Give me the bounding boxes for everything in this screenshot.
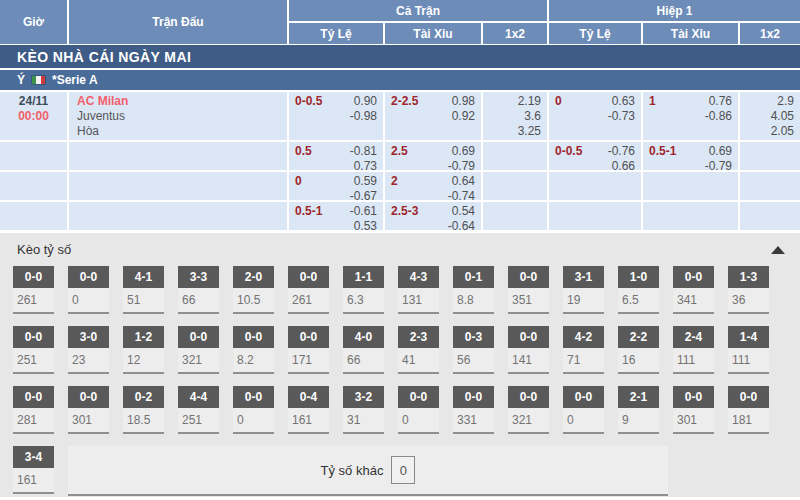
handicap-line-label: 0.5 — [295, 144, 312, 159]
score-box[interactable]: 4-3131 — [398, 266, 439, 314]
odds-value: -0.86 — [705, 109, 732, 124]
odds-values: 0.59-0.67 — [350, 174, 377, 204]
ft-overunder-cell[interactable]: 2.50.69-0.79 — [385, 142, 481, 170]
ft-overunder-cell[interactable]: 2.5-30.54-0.64 — [385, 202, 481, 230]
h1-handicap-cell[interactable]: 0-0.5-0.760.66 — [549, 142, 641, 170]
score-box[interactable]: 0-0141 — [508, 326, 549, 374]
score-box[interactable]: 2-4111 — [673, 326, 714, 374]
odds-values: 0.69-0.79 — [705, 144, 732, 174]
score-label: 4-2 — [563, 326, 604, 348]
score-label: 0-0 — [233, 386, 274, 408]
h1-overunder-cell[interactable]: 10.76-0.86 — [643, 92, 738, 140]
correct-score-section: Kèo tỷ số 0-02610-004-1513-3662-010.50-0… — [0, 233, 800, 497]
score-box[interactable]: 3-366 — [178, 266, 219, 314]
score-box[interactable]: 4-151 — [123, 266, 164, 314]
score-box[interactable]: 0-00 — [233, 386, 274, 434]
score-box[interactable]: 2-216 — [618, 326, 659, 374]
odds-value: 0.54 — [452, 204, 475, 219]
score-box[interactable]: 1-4111 — [728, 326, 769, 374]
score-box[interactable]: 4-4251 — [178, 386, 219, 434]
score-label: 0-0 — [673, 386, 714, 408]
score-box[interactable]: 0-0321 — [508, 386, 549, 434]
score-box[interactable]: 1-212 — [123, 326, 164, 374]
score-box[interactable]: 2-010.5 — [233, 266, 274, 314]
score-box[interactable]: 3-231 — [343, 386, 384, 434]
ft-handicap-cell[interactable]: 0.5-1-0.610.53 — [289, 202, 383, 230]
score-box[interactable]: 3-4 161 — [13, 446, 54, 496]
ft-handicap-cell[interactable]: 0-0.50.90-0.98 — [289, 92, 383, 140]
score-box[interactable]: 0-356 — [453, 326, 494, 374]
other-score-input[interactable]: 0 — [391, 456, 415, 484]
handicap-line-label: 0 — [295, 174, 302, 189]
ft-handicap-cell[interactable]: 00.59-0.67 — [289, 172, 383, 200]
score-box[interactable]: 2-19 — [618, 386, 659, 434]
score-box[interactable]: 0-0181 — [728, 386, 769, 434]
score-box[interactable]: 1-16.3 — [343, 266, 384, 314]
score-label: 3-3 — [178, 266, 219, 288]
ft-overunder-cell[interactable]: 2-2.50.980.92 — [385, 92, 481, 140]
score-odds: 131 — [398, 288, 439, 314]
score-odds: 36 — [728, 288, 769, 314]
score-box[interactable]: 0-218.5 — [123, 386, 164, 434]
time-cell: 24/1100:00 — [0, 92, 67, 140]
score-box[interactable]: 2-341 — [398, 326, 439, 374]
odds-value: -0.81 — [350, 144, 377, 159]
h1-handicap-cell[interactable]: 00.63-0.73 — [549, 92, 641, 140]
score-box[interactable]: 0-0171 — [288, 326, 329, 374]
score-box[interactable]: 0-0261 — [288, 266, 329, 314]
odds-row: 24/1100:00AC MilanJuventusHòa0-0.50.90-0… — [0, 92, 800, 140]
score-odds: 261 — [288, 288, 329, 314]
odds-value: 0.98 — [452, 94, 475, 109]
score-box[interactable]: 0-08.2 — [233, 326, 274, 374]
score-box[interactable]: 0-0301 — [68, 386, 109, 434]
handicap-line-label: 2.5 — [391, 144, 408, 159]
column-header-h1-overunder: Tài Xỉu — [643, 23, 738, 44]
score-label: 1-4 — [728, 326, 769, 348]
score-box[interactable]: 0-0331 — [453, 386, 494, 434]
odds-value: -0.76 — [608, 144, 635, 159]
odds-values: 0.64-0.74 — [448, 174, 475, 204]
score-box[interactable]: 0-00 — [563, 386, 604, 434]
score-box[interactable]: 0-4161 — [288, 386, 329, 434]
score-box[interactable]: 0-0281 — [13, 386, 54, 434]
score-box[interactable]: 0-0321 — [178, 326, 219, 374]
score-odds: 321 — [178, 348, 219, 374]
odds-value: -0.73 — [608, 109, 635, 124]
score-box[interactable]: 4-271 — [563, 326, 604, 374]
score-box[interactable]: 0-0261 — [13, 266, 54, 314]
ft-handicap-cell[interactable]: 0.5-0.810.73 — [289, 142, 383, 170]
score-box[interactable]: 0-00 — [398, 386, 439, 434]
score-box[interactable]: 1-336 — [728, 266, 769, 314]
score-box[interactable]: 0-0251 — [13, 326, 54, 374]
score-odds: 66 — [178, 288, 219, 314]
ft-1x2-cell[interactable]: 2.193.63.25 — [483, 92, 547, 140]
collapse-triangle-up-icon[interactable] — [771, 246, 785, 254]
score-box[interactable]: 0-0341 — [673, 266, 714, 314]
score-box[interactable]: 0-0351 — [508, 266, 549, 314]
score-odds: 141 — [508, 348, 549, 374]
odds-values: 0.69-0.79 — [448, 144, 475, 174]
score-label: 0-0 — [728, 386, 769, 408]
score-odds: 16 — [618, 348, 659, 374]
score-label: 0-0 — [508, 266, 549, 288]
score-label: 0-0 — [68, 386, 109, 408]
h1-1x2-cell — [740, 202, 800, 230]
odds-values: 0.90-0.98 — [350, 94, 377, 124]
score-odds: 6.3 — [343, 288, 384, 314]
h1-1x2-cell[interactable]: 2.94.052.05 — [740, 92, 800, 140]
odds-value: 0.63 — [612, 94, 635, 109]
h1-overunder-cell[interactable]: 0.5-10.69-0.79 — [643, 142, 738, 170]
score-box[interactable]: 3-119 — [563, 266, 604, 314]
score-box[interactable]: 0-0301 — [673, 386, 714, 434]
score-box[interactable]: 3-023 — [68, 326, 109, 374]
score-odds: 341 — [673, 288, 714, 314]
odds-value: 0.69 — [709, 144, 732, 159]
column-group-first-half: Hiệp 1 — [549, 0, 800, 21]
score-box[interactable]: 4-066 — [343, 326, 384, 374]
score-box[interactable]: 0-00 — [68, 266, 109, 314]
ft-overunder-cell[interactable]: 20.64-0.74 — [385, 172, 481, 200]
score-label: 0-4 — [288, 386, 329, 408]
score-box[interactable]: 1-06.5 — [618, 266, 659, 314]
odds-values: -0.810.73 — [350, 144, 377, 174]
score-box[interactable]: 0-18.8 — [453, 266, 494, 314]
